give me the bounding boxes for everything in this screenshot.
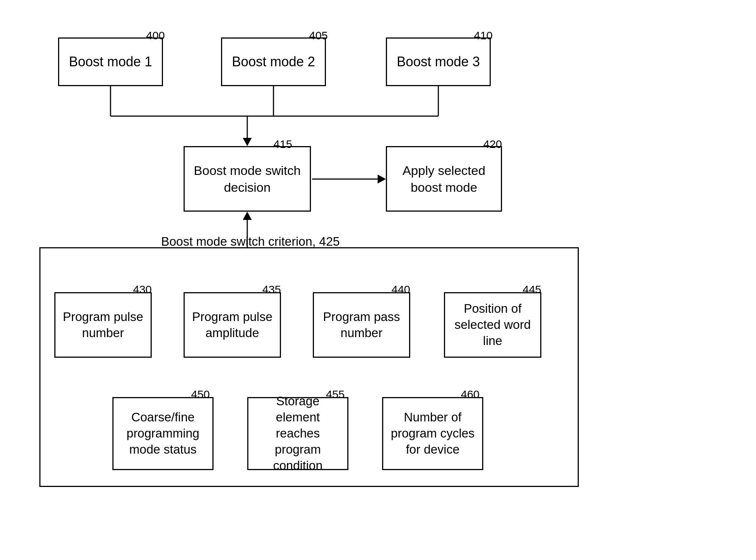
storage-element-label: Storage element reaches program conditio…: [254, 393, 342, 473]
num-program-cycles-box: Number of program cycles for device: [382, 397, 483, 470]
ref-460: 460: [461, 388, 480, 401]
ref-450: 450: [191, 388, 210, 401]
position-word-line-box: Position of selected word line: [444, 292, 541, 358]
apply-selected-box: Apply selected boost mode: [386, 146, 502, 212]
program-pulse-number-box: Program pulse number: [54, 292, 152, 358]
boost-mode-1-box: Boost mode 1: [58, 37, 163, 86]
ref-430: 430: [133, 283, 152, 296]
program-pass-number-box: Program pass number: [313, 292, 410, 358]
program-pulse-amplitude-label: Program pulse amplitude: [190, 309, 274, 341]
num-program-cycles-label: Number of program cycles for device: [389, 409, 477, 458]
svg-marker-9: [243, 212, 252, 220]
ref-415: 415: [273, 138, 292, 151]
ref-405: 405: [309, 29, 328, 42]
criterion-label: Boost mode switch criterion, 425: [161, 234, 340, 249]
svg-marker-5: [243, 138, 252, 146]
diagram: Boost mode 1 400 Boost mode 2 405 Boost …: [0, 0, 756, 560]
program-pulse-number-label: Program pulse number: [61, 309, 145, 341]
ref-400: 400: [146, 29, 165, 42]
boost-mode-switch-box: Boost mode switch decision: [184, 146, 311, 212]
boost-mode-2-box: Boost mode 2: [221, 37, 326, 86]
ref-455: 455: [326, 388, 345, 401]
ref-445: 445: [523, 283, 541, 296]
program-pulse-amplitude-box: Program pulse amplitude: [184, 292, 281, 358]
storage-element-box: Storage element reaches program conditio…: [247, 397, 348, 470]
boost-mode-1-label: Boost mode 1: [69, 53, 152, 71]
ref-440: 440: [391, 283, 410, 296]
ref-435: 435: [262, 283, 281, 296]
boost-mode-3-label: Boost mode 3: [397, 53, 480, 71]
coarse-fine-label: Coarse/fine programming mode status: [119, 409, 207, 458]
apply-selected-label: Apply selected boost mode: [393, 162, 495, 195]
boost-mode-3-box: Boost mode 3: [386, 37, 491, 86]
ref-420: 420: [483, 138, 502, 151]
coarse-fine-box: Coarse/fine programming mode status: [112, 397, 214, 470]
svg-marker-7: [378, 175, 386, 184]
boost-mode-switch-label: Boost mode switch decision: [190, 162, 304, 195]
boost-mode-2-label: Boost mode 2: [232, 53, 315, 71]
program-pass-number-label: Program pass number: [320, 309, 403, 341]
ref-410: 410: [474, 29, 493, 42]
position-word-line-label: Position of selected word line: [451, 301, 535, 349]
ref-425: 425: [319, 234, 340, 248]
